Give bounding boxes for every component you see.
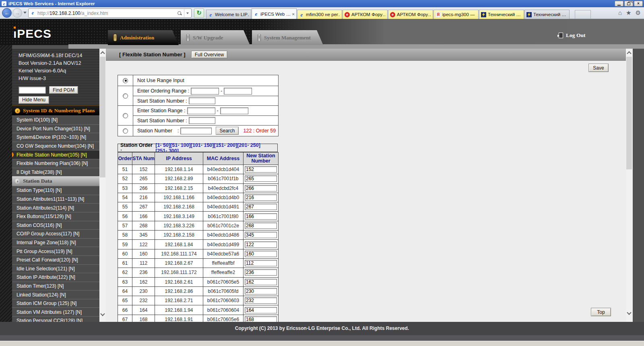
address-bar[interactable]: e http://192.168.2.100/a_index.htm <box>28 8 192 18</box>
radio-station-range[interactable] <box>123 113 128 118</box>
home-icon[interactable]: ⌂ <box>618 9 622 16</box>
save-button[interactable]: Save <box>588 64 609 72</box>
settings-gear-icon[interactable]: ⚙ <box>636 9 641 16</box>
station-order-range-link[interactable]: [51- 100] <box>170 142 191 148</box>
restore-button[interactable] <box>624 1 633 6</box>
address-dropdown-icon[interactable] <box>184 9 190 17</box>
new-station-number-input[interactable] <box>245 297 277 304</box>
content-scrollbar[interactable] <box>626 49 633 322</box>
ordering-range-from-input[interactable] <box>191 88 219 95</box>
scroll-down-icon[interactable] <box>100 311 105 316</box>
station-order-range-link[interactable]: [1- 50] <box>155 142 170 148</box>
sidebar-menu-item[interactable]: Station Attributes1(111~113) [N] <box>12 195 99 204</box>
new-station-number-input[interactable] <box>245 251 277 257</box>
new-station-number-input[interactable] <box>245 213 277 220</box>
sidebar-menu-item[interactable]: Station VM Attributes (127) [N] <box>12 307 99 316</box>
hide-menu-button[interactable]: Hide Menu <box>19 96 49 104</box>
scrollbar-thumb[interactable] <box>100 57 105 177</box>
new-station-number-input[interactable] <box>245 260 277 266</box>
close-button[interactable]: × <box>634 1 643 6</box>
station-order-range-link[interactable]: [151- 200] <box>214 142 237 148</box>
sidebar-scrollbar[interactable] <box>99 49 106 322</box>
sidebar-menu-item[interactable]: System ID(100) [N] <box>12 115 99 124</box>
new-station-number-input[interactable] <box>245 241 277 248</box>
sidebar-menu-item[interactable]: Idle Line Selection(121) [N] <box>12 264 99 273</box>
nav-tab-s-w-upgrade[interactable]: S/W Upgrade <box>181 30 250 45</box>
new-station-number-input[interactable] <box>245 166 277 173</box>
station-start-station-input[interactable] <box>189 117 215 124</box>
sidebar-menu-item[interactable]: Preset Call Forward(120) [N] <box>12 255 99 264</box>
browser-tab[interactable]: Технический … <box>479 10 524 19</box>
browser-tab[interactable]: e АРТКОМ Фору… <box>343 10 388 19</box>
sidebar-menu-item[interactable]: Station ICM Group (125) [N] <box>12 299 99 308</box>
new-station-number-input[interactable] <box>245 307 277 313</box>
refresh-button[interactable]: ↻ <box>194 8 204 18</box>
nav-tab-administration[interactable]: Administration <box>108 30 179 45</box>
new-station-number-input[interactable] <box>245 204 277 210</box>
new-station-number-input[interactable] <box>245 288 277 295</box>
station-range-to-input[interactable] <box>220 107 248 114</box>
favorites-star-icon[interactable]: ★ <box>626 9 631 16</box>
nav-tab-system-management[interactable]: System Management <box>252 30 323 45</box>
sidebar-menu-item[interactable]: Internal Page Zone(118) [N] <box>12 238 99 247</box>
new-station-number-input[interactable] <box>245 185 277 192</box>
sidebar-menu-item[interactable]: Linked Station(124) [N] <box>12 290 99 299</box>
sidebar-menu-item[interactable]: CO GW Sequence Number(104) [N] <box>12 142 99 150</box>
browser-tab[interactable]: e iPECS Web … × <box>252 8 297 19</box>
history-dropdown-icon[interactable] <box>23 12 27 14</box>
sidebar-menu-item[interactable]: Flexible Numbering Plan(106) [N] <box>12 159 99 168</box>
logout-button[interactable]: Log Out <box>559 32 585 39</box>
sidebar-menu-item[interactable]: 8 Digit Table(238) [N] <box>12 168 99 177</box>
new-station-number-input[interactable] <box>245 269 277 276</box>
station-order-range-link[interactable]: [201- 250] <box>237 142 260 148</box>
new-station-number-input[interactable] <box>245 316 277 322</box>
find-pgm-input[interactable] <box>19 86 46 94</box>
new-station-number-input[interactable] <box>245 232 277 238</box>
browser-tab[interactable]: Я ipecs-mg300 — … <box>433 10 479 19</box>
tab-close-icon[interactable]: × <box>292 12 295 16</box>
radio-station-number[interactable] <box>123 128 128 134</box>
station-number-input[interactable] <box>180 128 212 134</box>
ordering-range-to-input[interactable] <box>224 88 252 95</box>
sidebar-menu-item[interactable]: Station Type(110) [N] <box>12 186 99 195</box>
scroll-down-icon[interactable] <box>627 310 631 315</box>
new-station-number-input[interactable] <box>245 222 277 229</box>
scrollbar-thumb[interactable] <box>626 57 632 169</box>
new-station-number-input[interactable] <box>245 279 277 285</box>
browser-tab[interactable]: Технический … <box>524 10 570 19</box>
find-pgm-button[interactable]: Find PGM <box>49 86 78 94</box>
browser-tab[interactable]: e Welcome to LIP… <box>206 10 251 19</box>
sidebar-menu-item[interactable]: Flexible Station Number(105) [N] <box>12 150 99 159</box>
sidebar-menu-item[interactable]: System&Device IP(102~103) [N] <box>12 133 99 142</box>
new-station-number-input[interactable] <box>245 194 277 201</box>
sidebar-menu-item[interactable]: CO/IP Group Access(117) [N] <box>12 229 99 238</box>
sidebar-menu-item[interactable]: Device Port Num Change(101) [N] <box>12 124 99 133</box>
radio-not-use-range[interactable] <box>123 78 128 83</box>
browser-tab[interactable]: e АРТКОМ Фору… <box>388 10 433 19</box>
url-text[interactable]: http://192.168.2.100/a_index.htm <box>37 10 177 16</box>
search-button[interactable]: Search <box>216 127 238 135</box>
ordering-start-station-input[interactable] <box>189 97 215 104</box>
sidebar-menu-item[interactable]: Ptt Group Access(119) [N] <box>12 247 99 255</box>
sidebar-menu-item[interactable]: Station Timer(123) [N] <box>12 282 99 290</box>
full-overview-button[interactable]: Full Overview <box>191 51 228 58</box>
sidebar-menu-item[interactable]: Station Attributes2(114) [N] <box>12 203 99 212</box>
new-tab-button[interactable] <box>575 10 591 19</box>
scroll-up-icon[interactable] <box>100 51 105 56</box>
forward-button[interactable]: → <box>12 8 22 18</box>
scroll-up-icon[interactable] <box>627 51 631 56</box>
station-range-from-input[interactable] <box>187 107 215 114</box>
radio-ordering-range[interactable] <box>123 93 128 99</box>
sidebar-menu-item[interactable]: Station Personal CCR(128) [N] <box>12 316 99 322</box>
back-button[interactable]: ← <box>2 8 12 18</box>
search-icon[interactable] <box>177 10 182 16</box>
sidebar-menu-item[interactable]: Flex Buttons(115/129) [N] <box>12 212 99 221</box>
sidebar-menu-item[interactable]: Station IP Attribute(122) [N] <box>12 273 99 282</box>
new-station-number-input[interactable] <box>245 175 277 182</box>
top-button[interactable]: Top <box>591 308 611 316</box>
minimize-button[interactable] <box>615 1 623 6</box>
ie-favicon-icon: e <box>208 12 213 17</box>
sidebar-menu-item[interactable]: Station COS(116) [N] <box>12 221 99 230</box>
station-order-range-link[interactable]: [101- 150] <box>191 142 214 148</box>
browser-tab[interactable]: e mfim300 не рег… <box>297 10 342 19</box>
